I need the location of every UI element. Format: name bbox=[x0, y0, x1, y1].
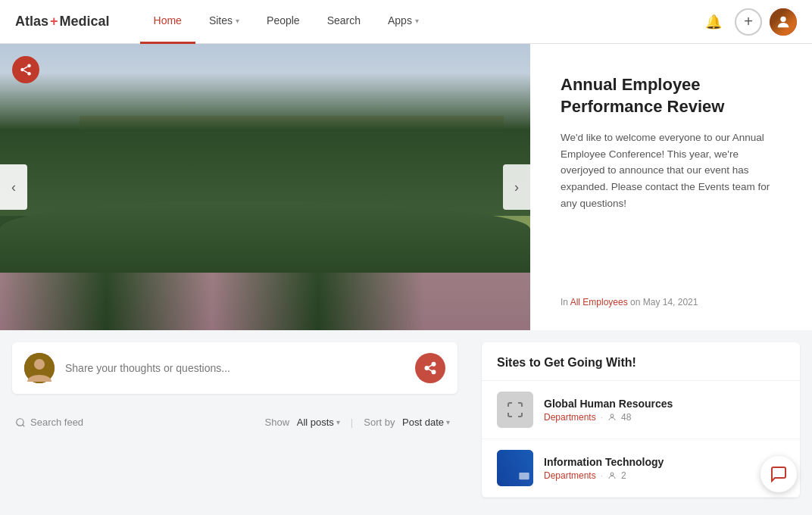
svg-line-4 bbox=[23, 70, 27, 73]
svg-point-8 bbox=[432, 363, 436, 367]
svg-point-13 bbox=[17, 418, 23, 425]
hero-meta-link[interactable]: All Employees bbox=[570, 297, 628, 307]
bell-icon: 🔔 bbox=[705, 14, 722, 30]
chevron-down-icon: ▾ bbox=[446, 418, 450, 426]
svg-point-14 bbox=[611, 414, 614, 417]
hero-prev-button[interactable]: ‹ bbox=[0, 164, 27, 210]
hero-image-container: ‹ › bbox=[0, 44, 530, 330]
svg-line-12 bbox=[428, 365, 432, 367]
site-icon-global-hr bbox=[497, 392, 533, 428]
notification-button[interactable]: 🔔 bbox=[700, 8, 727, 36]
site-name: Information Technology bbox=[544, 456, 785, 468]
svg-point-2 bbox=[20, 68, 24, 72]
show-filter-value: All posts bbox=[297, 417, 334, 428]
meta-separator: · bbox=[601, 412, 603, 423]
brand-name-part2: Medical bbox=[60, 14, 110, 30]
filter-separator: | bbox=[351, 417, 353, 428]
brand-name-part1: Atlas bbox=[15, 14, 48, 30]
site-meta: Departments · 2 bbox=[544, 470, 785, 481]
main-nav: Home Sites ▾ People Search Apps ▾ bbox=[140, 0, 700, 44]
svg-rect-15 bbox=[519, 473, 529, 479]
site-dept-label: Departments bbox=[544, 470, 596, 481]
svg-point-9 bbox=[425, 367, 429, 370]
brand-logo[interactable]: Atlas + Medical bbox=[15, 14, 110, 30]
svg-point-7 bbox=[34, 359, 45, 370]
search-feed-label: Search feed bbox=[30, 417, 83, 428]
share-box bbox=[12, 342, 458, 394]
add-button[interactable]: + bbox=[735, 8, 762, 36]
left-panel: Search feed Show All posts ▾ | Sort by P… bbox=[0, 330, 470, 510]
feed-toolbar: Search feed Show All posts ▾ | Sort by P… bbox=[12, 406, 458, 439]
content-area: Search feed Show All posts ▾ | Sort by P… bbox=[0, 330, 812, 510]
hero-title: Annual Employee Performance Review bbox=[561, 74, 782, 117]
sort-filter-value: Post date bbox=[402, 417, 444, 428]
nav-item-home[interactable]: Home bbox=[140, 0, 195, 44]
svg-line-5 bbox=[23, 67, 27, 69]
chevron-down-icon: ▾ bbox=[336, 418, 340, 426]
site-member-count: 48 bbox=[621, 412, 631, 423]
meta-separator: · bbox=[601, 470, 603, 481]
sort-filter-label: Sort by bbox=[364, 417, 395, 428]
search-feed-button[interactable]: Search feed bbox=[15, 417, 83, 428]
chevron-down-icon: ▾ bbox=[236, 17, 239, 25]
svg-point-0 bbox=[780, 16, 785, 21]
chevron-down-icon: ▾ bbox=[415, 17, 419, 25]
site-meta: Departments · 48 bbox=[544, 412, 785, 423]
hero-section: ‹ › Annual Employee Performance Review W… bbox=[0, 44, 812, 330]
site-item[interactable]: Information Technology Departments · 2 bbox=[482, 439, 800, 498]
share-input[interactable] bbox=[65, 362, 404, 374]
hero-trees bbox=[0, 73, 530, 216]
hero-meta: In All Employees on May 14, 2021 bbox=[561, 297, 782, 307]
show-filter-label: Show bbox=[265, 417, 290, 428]
hero-description: We'd like to welcome everyone to our Ann… bbox=[561, 130, 782, 282]
site-thumbnail-it bbox=[497, 450, 533, 486]
nav-item-search[interactable]: Search bbox=[314, 0, 374, 44]
hero-next-button[interactable]: › bbox=[503, 164, 530, 210]
site-item[interactable]: Global Human Resources Departments · 48 bbox=[482, 381, 800, 439]
svg-point-10 bbox=[432, 370, 436, 374]
nav-item-apps[interactable]: Apps ▾ bbox=[374, 0, 433, 44]
floating-chat-button[interactable] bbox=[760, 456, 797, 492]
svg-point-16 bbox=[611, 473, 614, 476]
plus-icon: + bbox=[744, 13, 753, 30]
svg-point-1 bbox=[27, 64, 31, 68]
nav-item-people[interactable]: People bbox=[253, 0, 314, 44]
hero-content: Annual Employee Performance Review We'd … bbox=[530, 44, 812, 330]
site-info-it: Information Technology Departments · 2 bbox=[544, 456, 785, 481]
hero-share-icon[interactable] bbox=[12, 56, 39, 83]
navbar-actions: 🔔 + bbox=[700, 8, 797, 36]
feed-filters: Show All posts ▾ | Sort by Post date ▾ bbox=[261, 414, 454, 431]
right-panel: Sites to Get Going With! Global Human Re… bbox=[470, 330, 812, 510]
site-dept-label: Departments bbox=[544, 412, 596, 423]
site-member-count: 2 bbox=[621, 470, 626, 481]
nav-item-sites[interactable]: Sites ▾ bbox=[195, 0, 253, 44]
svg-point-3 bbox=[27, 72, 31, 76]
hero-flowers bbox=[0, 273, 530, 330]
share-avatar bbox=[24, 353, 55, 383]
user-avatar-button[interactable] bbox=[770, 8, 797, 36]
hero-image bbox=[0, 44, 530, 330]
brand-cross: + bbox=[50, 14, 58, 30]
sort-filter-dropdown[interactable]: Sort by Post date ▾ bbox=[359, 414, 454, 431]
share-submit-button[interactable] bbox=[415, 353, 445, 383]
show-filter-dropdown[interactable]: Show All posts ▾ bbox=[261, 414, 345, 431]
sites-card-header: Sites to Get Going With! bbox=[482, 342, 800, 381]
site-info-global-hr: Global Human Resources Departments · 48 bbox=[544, 398, 785, 423]
site-name: Global Human Resources bbox=[544, 398, 785, 410]
avatar bbox=[770, 8, 797, 36]
sites-card: Sites to Get Going With! Global Human Re… bbox=[482, 342, 800, 498]
svg-line-11 bbox=[428, 369, 432, 371]
navbar: Atlas + Medical Home Sites ▾ People Sear… bbox=[0, 0, 812, 44]
